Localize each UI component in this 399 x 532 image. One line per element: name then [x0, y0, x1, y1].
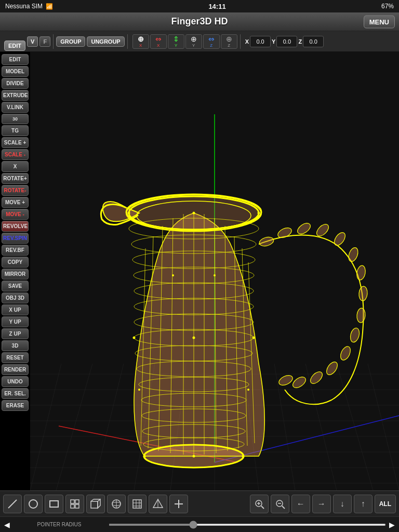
sidebar-btn-z_up[interactable]: Z UP [2, 328, 29, 339]
sidebar-btn-tg[interactable]: TG [2, 125, 29, 136]
mesh-tool-button[interactable] [128, 495, 147, 513]
sidebar-btn-rev_bf[interactable]: REV.BF [2, 245, 29, 256]
svg-line-108 [261, 506, 264, 509]
menu-button[interactable]: MENU [364, 15, 395, 28]
sidebar-btn-er__sel_[interactable]: ER. SEL. [2, 388, 29, 399]
viewport-3d[interactable] [30, 52, 399, 490]
sidebar-btn-rotate_[interactable]: ROTATE- [2, 185, 29, 196]
sidebar-btn-mirror[interactable]: MIRROR [2, 269, 29, 280]
navigation-buttons: ← → ↓ ↑ ALL [250, 495, 396, 513]
line-tool-button[interactable] [3, 495, 22, 513]
v-button[interactable]: V [27, 36, 38, 47]
sidebar-btn-rotate_[interactable]: ROTATE+ [2, 173, 29, 184]
battery-label: 67% [381, 3, 394, 10]
sidebar-btn-edit[interactable]: EDIT [2, 54, 29, 65]
sidebar-btn-divide[interactable]: DIVIDE [2, 78, 29, 89]
carrier-label: Nessuna SIM [5, 3, 43, 10]
status-time: 14:11 [208, 3, 225, 10]
pyramid-tool-button[interactable] [149, 495, 167, 513]
transform-controls: ⊕ X ⇔ X ⇕ Y ⊕ Y ⇔ Z ⊕ Z [132, 34, 237, 49]
sidebar-btn-save[interactable]: SAVE [2, 281, 29, 291]
slider-left-arrow[interactable]: ◀ [4, 521, 10, 529]
move-y-button[interactable]: ⇕ Y [168, 34, 184, 49]
svg-point-85 [29, 500, 37, 508]
zoom-out-button[interactable] [271, 495, 289, 513]
svg-point-80 [138, 389, 140, 391]
wifi-icon [46, 3, 53, 10]
sidebar-btn-undo[interactable]: UNDO [2, 376, 29, 387]
nav-up-button[interactable]: ↑ [354, 495, 373, 513]
y-input[interactable] [276, 36, 297, 47]
cube-tool-button[interactable] [86, 495, 105, 513]
f-button[interactable]: F [39, 36, 50, 47]
sidebar-btn-3d[interactable]: 3D [2, 340, 29, 351]
group-button[interactable]: GROUP [56, 36, 85, 47]
sidebar-btn-model[interactable]: MODEL [2, 66, 29, 77]
ungroup-button[interactable]: UNGROUP [87, 36, 124, 47]
sidebar-btn-copy[interactable]: COPY [2, 257, 29, 268]
sidebar-btn-v_link[interactable]: V.LINK [2, 102, 29, 113]
sidebar-btn-30[interactable]: 30 [2, 114, 29, 124]
svg-line-112 [282, 506, 285, 509]
sphere-tool-button[interactable] [107, 495, 126, 513]
status-bar: Nessuna SIM 14:11 67% [0, 0, 399, 12]
z-input[interactable] [303, 36, 324, 47]
sidebar-btn-move__[interactable]: MOVE + [2, 197, 29, 208]
svg-point-75 [193, 337, 195, 339]
svg-point-77 [252, 337, 255, 339]
app-title: Finger3D HD [171, 16, 228, 27]
rect-tool-button[interactable] [45, 495, 63, 513]
sidebar-btn-rev_spin[interactable]: REV.SPIN [2, 233, 29, 244]
svg-rect-89 [71, 504, 74, 508]
x-input[interactable] [250, 36, 271, 47]
title-bar: Finger3D HD MENU [0, 12, 399, 31]
sidebar-btn-extrude[interactable]: EXTRUDE [2, 90, 29, 101]
nav-left-button[interactable]: ← [291, 495, 310, 513]
bottom-toolbar: ← → ↓ ↑ ALL [0, 490, 399, 516]
sidebar-btn-move__[interactable]: MOVE - [2, 209, 29, 220]
grid-tool-button[interactable] [65, 495, 84, 513]
sidebar-btn-render[interactable]: RENDER [2, 364, 29, 375]
move-z-icon: ⇔ [208, 35, 215, 43]
svg-rect-86 [50, 501, 58, 507]
all-button[interactable]: ALL [375, 495, 396, 513]
svg-point-79 [214, 274, 216, 276]
x-label: X [245, 38, 249, 45]
pointer-radius-slider[interactable] [109, 524, 386, 526]
svg-rect-90 [75, 504, 79, 508]
zoom-in-button[interactable] [250, 495, 269, 513]
circle-tool-button[interactable] [24, 495, 43, 513]
sidebar-btn-scale__[interactable]: SCALE + [2, 137, 29, 148]
svg-point-76 [133, 337, 136, 339]
move-z-button[interactable]: ⇔ Z [203, 34, 220, 49]
sidebar-btn-revolve[interactable]: REVOLVE [2, 221, 29, 232]
svg-rect-91 [91, 501, 98, 508]
status-left: Nessuna SIM [5, 3, 53, 10]
sidebar-btn-x[interactable]: X [2, 161, 29, 172]
svg-point-71 [128, 212, 130, 215]
move-z2-icon: ⊕ [226, 35, 232, 43]
xyz-inputs: X Y Z [245, 36, 324, 47]
move-xy-button[interactable]: ⊕ X [132, 34, 149, 49]
nav-down-button[interactable]: ↓ [333, 495, 352, 513]
sidebar-btn-reset[interactable]: RESET [2, 352, 29, 363]
sidebar-btn-y_up[interactable]: Y UP [2, 316, 29, 327]
sidebar-btn-erase[interactable]: ERASE [2, 400, 29, 411]
toolbar-row: EDIT V F GROUP UNGROUP ⊕ X ⇔ X ⇕ Y ⊕ Y ⇔… [0, 31, 399, 52]
svg-rect-98 [133, 500, 141, 508]
edit-button[interactable]: EDIT [4, 41, 25, 51]
svg-line-84 [8, 500, 17, 508]
move-z2-button[interactable]: ⊕ Z [221, 34, 237, 49]
slider-right-arrow[interactable]: ▶ [389, 521, 395, 529]
toolbar-separator-2 [127, 34, 128, 49]
sidebar-btn-obj_3d[interactable]: OBJ 3D [2, 292, 29, 303]
svg-point-72 [193, 455, 195, 458]
nav-right-button[interactable]: → [312, 495, 331, 513]
sidebar-btn-scale__[interactable]: SCALE - [2, 149, 29, 160]
move-x-button[interactable]: ⇔ X [150, 34, 167, 49]
svg-rect-88 [75, 500, 79, 503]
move-xz-button[interactable]: ⊕ Y [185, 34, 202, 49]
tool-buttons [3, 495, 188, 513]
cross-tool-button[interactable] [169, 495, 188, 513]
sidebar-btn-x_up[interactable]: X UP [2, 304, 29, 315]
